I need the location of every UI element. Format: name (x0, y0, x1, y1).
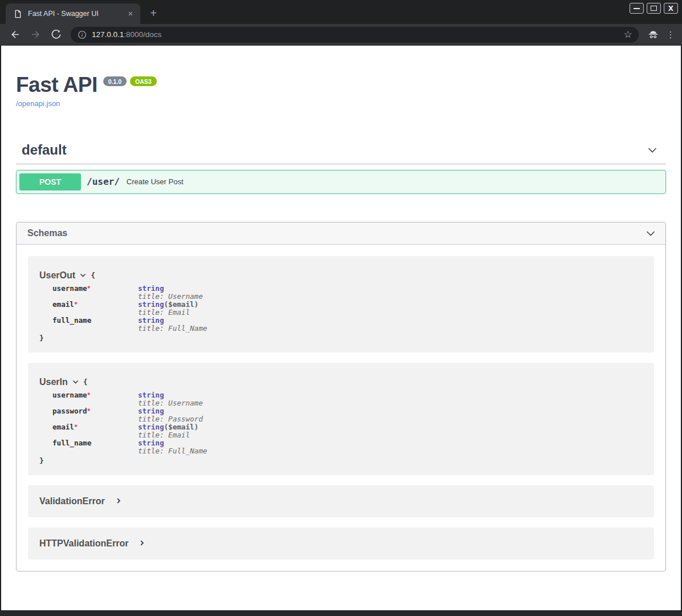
browser-menu-icon[interactable]: ⋮ (664, 27, 677, 43)
schemas-title: Schemas (27, 228, 67, 238)
maximize-icon (651, 6, 657, 11)
model-userout: UserOut { username* stringtitle: Usernam… (28, 256, 654, 352)
page-viewport: Fast API 0.1.0 OAS3 /openapi.json defaul… (1, 46, 681, 610)
chevron-down-icon[interactable] (647, 144, 658, 156)
property-desc: stringtitle: Username (138, 285, 203, 301)
schemas-header[interactable]: Schemas (17, 222, 665, 245)
window-frame-bottom (0, 610, 682, 616)
required-star: * (74, 301, 78, 307)
model-validationerror[interactable]: ValidationError (28, 485, 654, 517)
property-name: email* (52, 301, 138, 309)
tab-title: Fast API - Swagger UI (28, 10, 125, 18)
new-tab-button[interactable]: + (146, 6, 161, 21)
required-star: * (87, 408, 91, 414)
model-userin-toggle[interactable]: UserIn { (39, 376, 643, 388)
close-icon: X (668, 5, 673, 13)
schemas-section: Schemas UserOut { (16, 222, 666, 572)
property-desc: stringtitle: Full_Name (138, 317, 207, 333)
opblock-summary[interactable]: POST /user/ Create User Post (17, 171, 665, 193)
property-name: full_name (52, 439, 138, 447)
schemas-body: UserOut { username* stringtitle: Usernam… (17, 245, 665, 571)
model-userin: UserIn { username* stringtitle: Username (28, 363, 654, 475)
property-row: email* string($email)title: Email (52, 301, 643, 317)
forward-button[interactable] (27, 27, 43, 43)
tab-close-icon[interactable]: × (125, 9, 136, 19)
property-desc: stringtitle: Password (138, 407, 203, 423)
property-row: username* stringtitle: Username (52, 285, 643, 301)
property-table: username* stringtitle: Username password… (52, 391, 643, 455)
property-desc: stringtitle: Username (138, 391, 203, 407)
model-httpvalidationerror[interactable]: HTTPValidationError (28, 528, 654, 560)
version-badge: 0.1.0 (103, 76, 127, 86)
property-name: password* (52, 407, 138, 415)
tag-header-default[interactable]: default (16, 136, 666, 164)
method-post-badge[interactable]: POST (19, 173, 81, 191)
arrow-right-icon (30, 29, 41, 40)
url-host: 127.0.0.1 (92, 30, 124, 39)
incognito-icon (644, 27, 661, 43)
property-name: full_name (52, 317, 138, 325)
tag-title: default (22, 142, 67, 158)
property-row: password* stringtitle: Password (52, 407, 643, 423)
oas3-badge: OAS3 (130, 76, 157, 86)
property-name: email* (52, 423, 138, 431)
swagger-ui: Fast API 0.1.0 OAS3 /openapi.json defaul… (1, 74, 681, 572)
maximize-button[interactable] (647, 3, 661, 14)
property-desc: string($email)title: Email (138, 423, 198, 439)
model-title: UserOut (39, 270, 75, 281)
url-path: :8000/docs (124, 30, 161, 39)
chevron-right-icon (115, 496, 122, 506)
property-row: full_name stringtitle: Full_Name (52, 317, 643, 333)
property-row: email* string($email)title: Email (52, 423, 643, 439)
open-brace: { (83, 378, 88, 386)
minimize-button[interactable] (630, 3, 644, 14)
close-brace: } (39, 456, 643, 465)
chevron-down-icon[interactable] (645, 228, 656, 239)
model-title: UserIn (39, 377, 68, 387)
page-document-icon (14, 10, 22, 18)
model-userout-toggle[interactable]: UserOut { (39, 270, 643, 281)
property-row: username* stringtitle: Username (52, 391, 643, 407)
browser-toolbar: 127.0.0.1:8000/docs ☆ ⋮ (0, 24, 682, 46)
tab-fast-api[interactable]: Fast API - Swagger UI × (6, 3, 140, 24)
property-table: username* stringtitle: Username email* s… (52, 285, 643, 333)
model-title: ValidationError (39, 496, 105, 506)
api-info: Fast API 0.1.0 OAS3 /openapi.json (16, 74, 666, 108)
tab-strip: Fast API - Swagger UI × + X (0, 0, 682, 24)
property-desc: stringtitle: Full_Name (138, 439, 207, 455)
minimize-icon (634, 8, 640, 9)
property-name: username* (52, 391, 138, 399)
operation-path: /user/ (87, 176, 120, 187)
chevron-right-icon (139, 538, 145, 549)
required-star: * (87, 392, 91, 398)
close-brace: } (39, 334, 643, 342)
reload-icon (51, 29, 62, 40)
page-title: Fast API (16, 74, 98, 96)
chevron-down-icon (79, 271, 87, 281)
browser-window: Fast API - Swagger UI × + X (0, 0, 682, 616)
bookmark-star-icon[interactable]: ☆ (620, 27, 635, 42)
site-info-icon[interactable] (78, 30, 87, 39)
opblock-post-user: POST /user/ Create User Post (16, 170, 666, 194)
tag-section-default: default POST /user/ Create User Post (16, 136, 666, 194)
arrow-left-icon (10, 29, 21, 40)
openapi-json-link[interactable]: /openapi.json (16, 99, 60, 108)
property-desc: string($email)title: Email (138, 301, 198, 317)
back-button[interactable] (7, 27, 23, 43)
operation-summary: Create User Post (127, 177, 184, 186)
address-bar[interactable]: 127.0.0.1:8000/docs ☆ (71, 27, 639, 43)
property-name: username* (52, 285, 138, 293)
chevron-down-icon (72, 378, 79, 388)
url-text[interactable]: 127.0.0.1:8000/docs (92, 30, 620, 39)
close-button[interactable]: X (664, 3, 678, 14)
window-controls: X (630, 3, 678, 14)
property-row: full_name stringtitle: Full_Name (52, 439, 643, 455)
required-star: * (74, 424, 78, 430)
api-badges: 0.1.0 OAS3 (103, 76, 157, 86)
open-brace: { (91, 271, 95, 279)
reload-button[interactable] (48, 27, 64, 43)
model-title: HTTPValidationError (39, 538, 128, 549)
required-star: * (87, 285, 91, 291)
